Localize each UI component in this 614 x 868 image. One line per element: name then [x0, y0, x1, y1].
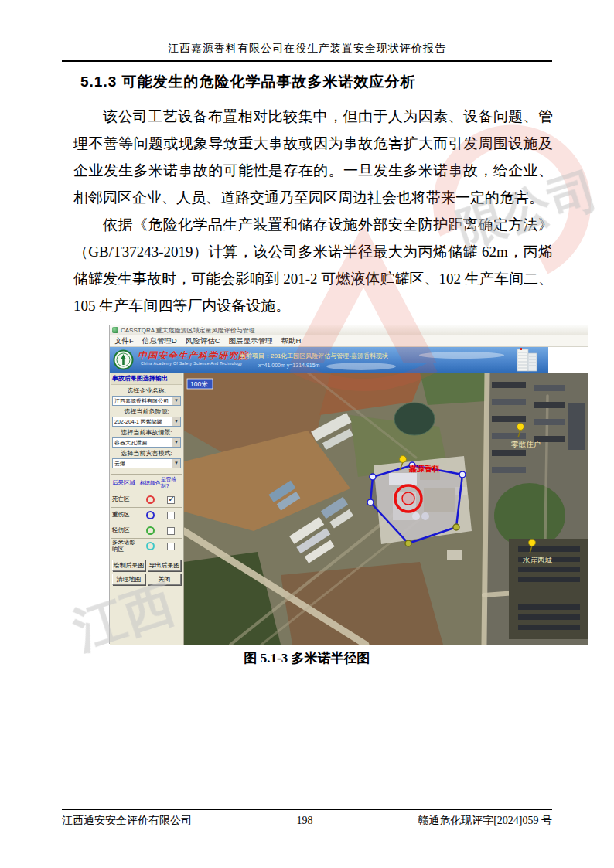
zone-row-light: 轻伤区 — [111, 523, 182, 538]
clear-map-button[interactable]: 清理地图 — [112, 574, 145, 585]
scenario-select-label: 选择当前事故情景: — [111, 428, 182, 437]
menu-layer-display[interactable]: 图层显示管理 — [229, 336, 273, 346]
menu-risk-assessment[interactable]: 风险评估C — [186, 336, 220, 346]
zone-table-header: 后果区域 标识颜色 是否绘制? — [111, 475, 182, 492]
dropdown-arrow-icon[interactable]: ▼ — [172, 417, 180, 426]
zone-label: 多米诺影响区 — [111, 540, 139, 553]
light-zone-ring-icon — [146, 526, 155, 535]
panel-buttons: 绘制后果图 导出后果图 清理地图 关闭 — [111, 560, 182, 585]
enterprise-select[interactable]: 江西嘉源香料有限公司 ▼ — [112, 396, 181, 406]
domino-zone-checkbox[interactable] — [167, 543, 175, 550]
dropdown-arrow-icon[interactable]: ▼ — [172, 459, 180, 468]
app-window-title: CASSTQRA 重大危险源区域定量风险评价与管理 — [121, 326, 255, 335]
consequence-output-panel: 事故后果图选择输出 选择企业名称: 江西嘉源香料有限公司 ▼ 选择当前危险源: … — [110, 373, 184, 645]
disaster-mode-select-value: 云爆 — [113, 460, 172, 468]
zone-label: 轻伤区 — [111, 527, 139, 533]
body-text: 该公司工艺设备布置相对比较集中，但由于人为因素、设备问题、管理不善等问题或现象导… — [73, 103, 553, 319]
severe-zone-ring-icon — [146, 511, 155, 519]
scenario-select-value: 容器大孔泄漏 — [113, 439, 172, 447]
severe-zone-checkbox[interactable] — [167, 512, 175, 519]
map-viewport[interactable]: 嘉源香料 零散住户 水岸西城 — [184, 373, 588, 645]
paragraph-2: 依据《危险化学品生产装置和储存设施外部安全防护距离确定方法》（GB/T37243… — [73, 211, 553, 319]
disaster-mode-select[interactable]: 云爆 ▼ — [112, 458, 181, 468]
light-zone-checkbox[interactable] — [167, 527, 175, 535]
casst-logo-icon — [113, 349, 134, 370]
panel-title: 事故后果图选择输出 — [111, 373, 182, 385]
app-window-icon — [112, 327, 118, 333]
building-illustration — [513, 348, 542, 372]
dropdown-arrow-icon[interactable]: ▼ — [172, 438, 180, 447]
paragraph-1: 该公司工艺设备布置相对比较集中，但由于人为因素、设备问题、管理不善等问题或现象导… — [73, 103, 553, 211]
report-page: 江西嘉源香料有限公司在役生产装置安全现状评价报告 5.1.3 可能发生的危险化学… — [0, 0, 614, 868]
app-titlebar: CASSTQRA 重大危险源区域定量风险评价与管理 — [110, 325, 588, 335]
satellite-map: 嘉源香料 零散住户 水岸西城 — [184, 373, 588, 645]
app-screenshot: CASSTQRA 重大危险源区域定量风险评价与管理 文件F 信息管理D 风险评估… — [109, 325, 588, 644]
current-project-label: 当前项目：201化工园区风险评估与管理-嘉源香料现状 — [240, 352, 388, 360]
domino-radius-inner-circle — [402, 492, 414, 505]
footer-doc-number: 赣通危化现评字[2024]059 号 — [418, 814, 552, 828]
section-heading: 5.1.3 可能发生的危险化学品事故多米诺效应分析 — [80, 72, 416, 92]
map-scale-label: 100米 — [190, 380, 208, 388]
app-content: 事故后果图选择输出 选择企业名称: 江西嘉源香料有限公司 ▼ 选择当前危险源: … — [110, 373, 588, 645]
disaster-mode-select-label: 选择当前灾害模式: — [111, 449, 182, 458]
enterprise-select-label: 选择企业名称: — [111, 386, 182, 395]
zone-label: 重伤区 — [111, 512, 139, 518]
draw-consequence-button[interactable]: 绘制后果图 — [112, 560, 145, 571]
footer-rule — [62, 809, 552, 810]
dropdown-arrow-icon[interactable]: ▼ — [172, 397, 180, 405]
col-draw: 是否绘制? — [161, 476, 181, 490]
residents-marker-label: 零散住户 — [511, 440, 541, 448]
org-name-en: China Academy Of Safety Science And Tech… — [141, 361, 242, 366]
death-zone-ring-icon — [146, 495, 155, 504]
death-zone-checkbox[interactable] — [167, 496, 175, 504]
close-button[interactable]: 关闭 — [148, 574, 181, 585]
zone-row-death: 死亡区 — [111, 492, 182, 507]
cursor-coordinates: x=41.000m y=1314.915m — [258, 363, 319, 368]
col-color: 标识颜色 — [139, 480, 161, 487]
page-footer: 江西通安安全评价有限公司 198 赣通危化现评字[2024]059 号 — [62, 814, 552, 828]
company-marker-label: 嘉源香料 — [408, 465, 440, 473]
footer-page-number: 198 — [297, 815, 313, 827]
cloud-decoration — [419, 352, 504, 359]
page-header-title: 江西嘉源香料有限公司在役生产装置安全现状评价报告 — [0, 42, 614, 56]
cloud-decoration — [326, 363, 396, 370]
app-menubar: 文件F 信息管理D 风险评估C 图层显示管理 帮助H — [110, 335, 588, 347]
hazard-select-label: 选择当前危险源: — [111, 407, 182, 416]
menu-help[interactable]: 帮助H — [281, 336, 302, 346]
enterprise-select-value: 江西嘉源香料有限公司 — [113, 397, 172, 405]
scenario-select[interactable]: 容器大孔泄漏 ▼ — [112, 437, 181, 448]
zone-row-domino: 多米诺影响区 — [111, 538, 182, 553]
header-rule — [62, 60, 552, 62]
hazard-select-value: 202-204-1 丙烯储罐 — [113, 418, 172, 426]
figure-caption: 图 5.1-3 多米诺半径图 — [0, 649, 614, 667]
col-zone: 后果区域 — [111, 480, 139, 486]
export-consequence-button[interactable]: 导出后果图 — [148, 560, 181, 571]
community-marker-label: 水岸西城 — [522, 556, 553, 564]
map-scale-badge: 100米 — [187, 379, 213, 389]
menu-info-management[interactable]: 信息管理D — [142, 336, 177, 346]
domino-zone-ring-icon — [146, 542, 155, 550]
hazard-select[interactable]: 202-204-1 丙烯储罐 ▼ — [112, 417, 181, 427]
zone-table: 后果区域 标识颜色 是否绘制? 死亡区 重伤区 — [111, 474, 182, 553]
app-banner: 中国安全生产科学研究院 China Academy Of Safety Scie… — [110, 347, 588, 373]
zone-row-severe: 重伤区 — [111, 507, 182, 523]
menu-file[interactable]: 文件F — [114, 336, 134, 346]
footer-company: 江西通安安全评价有限公司 — [62, 814, 192, 828]
zone-label: 死亡区 — [111, 496, 139, 502]
